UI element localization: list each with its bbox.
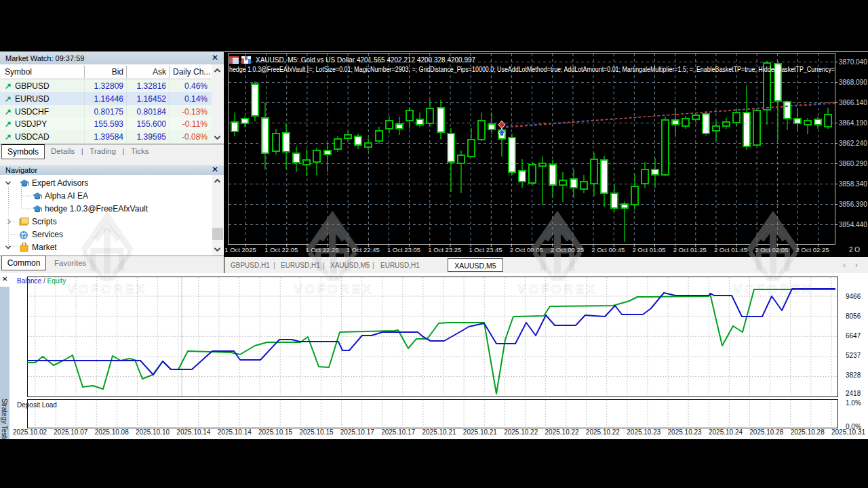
svg-text:2025.10.14: 2025.10.14 — [218, 428, 252, 436]
svg-text:5237: 5237 — [846, 352, 861, 359]
svg-text:3866.140: 3866.140 — [839, 99, 867, 106]
svg-text:2025.10.23: 2025.10.23 — [627, 428, 660, 436]
svg-text:Balance / Equity: Balance / Equity — [17, 277, 66, 285]
svg-text:2 Oct 02:05: 2 Oct 02:05 — [755, 246, 788, 253]
svg-text:9466: 9466 — [846, 293, 861, 300]
svg-text:2025.10.22: 2025.10.22 — [504, 428, 538, 436]
svg-text:2025.10.08: 2025.10.08 — [95, 428, 129, 436]
svg-text:2025.10.17: 2025.10.17 — [340, 428, 374, 436]
svg-text:8056: 8056 — [846, 312, 861, 320]
svg-text:2025.10.23: 2025.10.23 — [668, 428, 702, 436]
svg-text:1 Oct 22:05: 1 Oct 22:05 — [264, 246, 298, 253]
svg-text:2 Oct 00:45: 2 Oct 00:45 — [591, 246, 625, 253]
svg-text:2025.10.10: 2025.10.10 — [136, 428, 170, 436]
svg-text:2025.10.28: 2025.10.28 — [749, 428, 783, 436]
svg-text:2025.10.28: 2025.10.28 — [791, 428, 825, 436]
svg-text:2025.10.07: 2025.10.07 — [54, 428, 87, 436]
svg-text:3854.440: 3854.440 — [839, 221, 867, 228]
svg-text:1 Oct 23:45: 1 Oct 23:45 — [469, 246, 502, 253]
svg-text:2025.10.22: 2025.10.22 — [545, 428, 579, 436]
svg-text:Deposit Load: Deposit Load — [17, 401, 57, 409]
svg-text:2 O: 2 O — [849, 246, 860, 253]
svg-text:3856.390: 3856.390 — [839, 201, 867, 208]
svg-text:1 Oct 22:45: 1 Oct 22:45 — [347, 246, 380, 253]
svg-text:2 Oct 01:05: 2 Oct 01:05 — [632, 246, 665, 253]
svg-text:1 Oct 23:25: 1 Oct 23:25 — [428, 246, 461, 253]
svg-text:hedge 1.0.3@FreeEAfxVault [=;: hedge 1.0.3@FreeEAfxVault [=; LotSize=0.… — [229, 65, 835, 73]
svg-text:1 Oct 2025: 1 Oct 2025 — [224, 246, 256, 253]
svg-text:1 Oct 23:05: 1 Oct 23:05 — [387, 246, 420, 253]
svg-text:3858.340: 3858.340 — [839, 180, 867, 188]
svg-text:3828: 3828 — [846, 371, 861, 379]
svg-text:2025.10.02: 2025.10.02 — [13, 428, 47, 436]
svg-text:2 Oct 00:05: 2 Oct 00:05 — [510, 246, 543, 253]
svg-text:2025.10.21: 2025.10.21 — [463, 428, 497, 436]
svg-text:2025.10.31: 2025.10.31 — [831, 428, 865, 436]
svg-text:6647: 6647 — [846, 332, 861, 340]
svg-text:2 Oct 00:25: 2 Oct 00:25 — [551, 246, 584, 253]
svg-text:3864.190: 3864.190 — [839, 119, 867, 127]
svg-text:2025.10.15: 2025.10.15 — [258, 428, 292, 436]
svg-text:1 Oct 22:25: 1 Oct 22:25 — [305, 246, 338, 253]
svg-text:2025.10.22: 2025.10.22 — [586, 428, 620, 436]
svg-text:2 Oct 01:45: 2 Oct 01:45 — [714, 246, 747, 253]
svg-text:3860.290: 3860.290 — [839, 160, 867, 167]
svg-text:3862.240: 3862.240 — [839, 140, 867, 147]
svg-text:2025.10.14: 2025.10.14 — [176, 428, 210, 436]
svg-text:2025.10.24: 2025.10.24 — [709, 428, 743, 436]
svg-text:2 Oct 02:25: 2 Oct 02:25 — [795, 246, 829, 253]
svg-text:2025.10.17: 2025.10.17 — [381, 428, 415, 436]
svg-text:3870.040: 3870.040 — [839, 58, 867, 66]
svg-text:2418: 2418 — [846, 390, 861, 397]
svg-text:3868.090: 3868.090 — [839, 79, 867, 86]
svg-text:2 Oct 01:25: 2 Oct 01:25 — [673, 246, 707, 253]
svg-text:1.0%: 1.0% — [846, 399, 861, 407]
svg-text:XAUUSD, M5: Gold vs US Dollar: XAUUSD, M5: Gold vs US Dollar 4201.565 4… — [256, 56, 476, 64]
svg-text:2025.10.15: 2025.10.15 — [299, 428, 333, 436]
svg-text:2025.10.21: 2025.10.21 — [422, 428, 456, 436]
